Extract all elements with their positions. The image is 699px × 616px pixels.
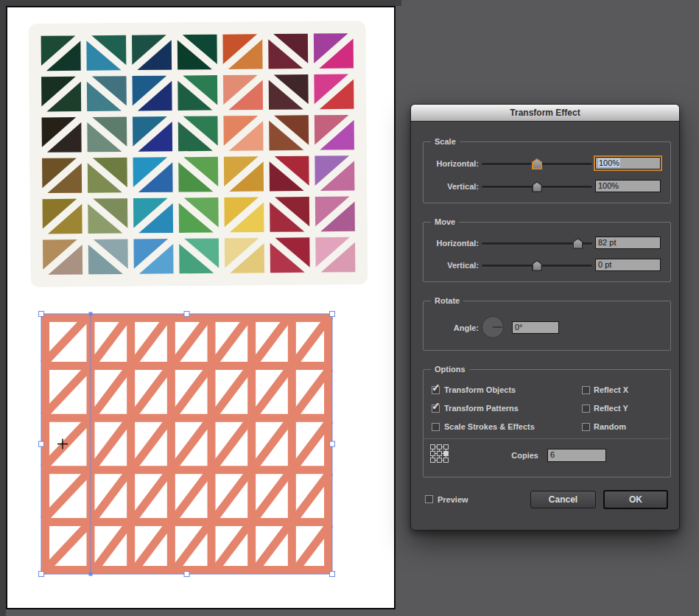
selection-handle[interactable] <box>330 441 335 447</box>
window-edge-top <box>0 0 401 6</box>
slider-thumb[interactable] <box>532 260 542 271</box>
angle-dial[interactable] <box>482 316 504 338</box>
move-vertical-field[interactable]: 0 pt <box>595 259 661 271</box>
scale-vertical-slider[interactable] <box>482 180 592 193</box>
scale-horizontal-slider[interactable] <box>482 157 592 170</box>
move-horizontal-field[interactable]: 82 pt <box>595 237 661 249</box>
scale-horizontal-row: Horizontal: 100% <box>411 157 681 170</box>
selection-handle[interactable] <box>330 572 335 577</box>
transform-effect-dialog: Transform Effect Scale Horizontal: 100% … <box>410 104 680 531</box>
vector-pattern-object[interactable] <box>32 305 342 585</box>
options-row-3: ✓ Scale Strokes & Effects ✓ Random <box>411 422 681 432</box>
move-horizontal-label: Horizontal: <box>423 237 479 250</box>
move-vertical-label: Vertical: <box>423 259 479 272</box>
artboard-canvas[interactable] <box>6 6 396 609</box>
slider-thumb[interactable] <box>532 158 542 169</box>
selection-handle[interactable] <box>39 441 44 447</box>
preview-checkbox[interactable]: ✓ <box>425 495 433 503</box>
cancel-button[interactable]: Cancel <box>530 491 596 508</box>
selection-handle[interactable] <box>39 312 44 317</box>
random-label: Random <box>594 422 626 432</box>
selection-handle[interactable] <box>39 572 44 577</box>
copies-label: Copies <box>492 451 538 461</box>
angle-field[interactable]: 0° <box>512 321 559 334</box>
angle-label: Angle: <box>423 321 479 335</box>
reflect-y-label: Reflect Y <box>594 404 628 413</box>
random-checkbox[interactable]: ✓ <box>582 423 590 431</box>
copies-field[interactable]: 6 <box>547 449 606 462</box>
scale-strokes-checkbox[interactable]: ✓ <box>432 423 440 431</box>
scale-group: Scale <box>423 141 671 203</box>
move-vertical-row: Vertical: 0 pt <box>411 259 681 272</box>
move-vertical-slider[interactable] <box>482 259 592 272</box>
move-group-label: Move <box>431 217 459 228</box>
angle-dial-needle-icon <box>493 326 502 328</box>
dialog-title[interactable]: Transform Effect <box>411 105 679 122</box>
rotate-group-label: Rotate <box>431 295 463 307</box>
window-edge-left <box>0 0 6 616</box>
reflect-y-checkbox[interactable]: ✓ <box>582 405 590 413</box>
anchor-point[interactable] <box>89 573 93 576</box>
anchor-point[interactable] <box>89 312 93 316</box>
scale-vertical-row: Vertical: 100% <box>411 180 681 193</box>
slider-thumb[interactable] <box>573 238 583 249</box>
scale-group-label: Scale <box>431 136 460 147</box>
move-horizontal-slider[interactable] <box>482 237 592 250</box>
scale-strokes-label: Scale Strokes & Effects <box>444 422 535 432</box>
scale-horizontal-field[interactable]: 100% <box>595 157 661 169</box>
options-row-1: ✓ Transform Objects ✓ Reflect X <box>411 385 681 395</box>
pattern-strokes[interactable] <box>41 314 332 574</box>
options-divider <box>424 438 669 439</box>
selection-handle[interactable] <box>330 312 335 317</box>
selection-handle[interactable] <box>184 312 189 317</box>
transform-patterns-checkbox[interactable]: ✓ <box>432 405 440 413</box>
reflect-x-label: Reflect X <box>594 385 628 395</box>
transform-objects-label: Transform Objects <box>444 385 516 395</box>
ok-button[interactable]: OK <box>603 490 668 509</box>
checkmark-icon: ✓ <box>432 382 440 393</box>
quilt-photo-object[interactable] <box>28 21 368 287</box>
move-horizontal-row: Horizontal: 82 pt <box>411 237 681 250</box>
slider-thumb[interactable] <box>532 181 542 192</box>
transform-objects-checkbox[interactable]: ✓ <box>432 386 440 394</box>
checkmark-icon: ✓ <box>432 400 440 412</box>
options-row-2: ✓ Transform Patterns ✓ Reflect Y <box>411 404 681 413</box>
reflect-x-checkbox[interactable]: ✓ <box>582 386 590 394</box>
scale-vertical-label: Vertical: <box>423 180 479 193</box>
scale-vertical-field[interactable]: 100% <box>595 180 661 192</box>
selection-handle[interactable] <box>184 572 189 577</box>
move-group: Move <box>423 222 671 282</box>
options-group-label: Options <box>431 364 469 375</box>
transform-patterns-label: Transform Patterns <box>444 404 519 413</box>
reference-point-locator-icon[interactable] <box>430 444 449 463</box>
preview-label: Preview <box>438 495 468 505</box>
scale-horizontal-label: Horizontal: <box>423 157 479 170</box>
